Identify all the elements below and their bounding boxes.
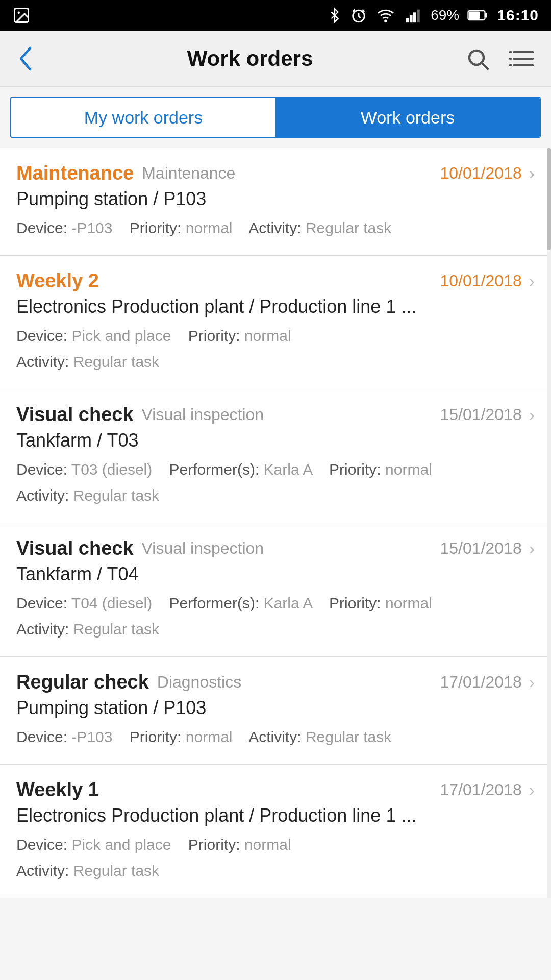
wo-title: Weekly 2 [16, 270, 99, 292]
chevron-right-icon: › [529, 672, 535, 692]
wo-type: Maintenance [142, 164, 235, 183]
wo-date-group: 15/01/2018 › [440, 538, 535, 558]
wo-header: Weekly 2 10/01/2018 › [16, 270, 535, 292]
search-icon [465, 46, 490, 71]
work-order-item[interactable]: Weekly 2 10/01/2018 › Electronics Produc… [0, 256, 551, 389]
wo-header: Visual check Visual inspection 15/01/201… [16, 537, 535, 559]
tab-bar: My work orders Work orders [10, 97, 541, 138]
wo-title-group: Weekly 2 [16, 270, 99, 292]
chevron-right-icon: › [529, 163, 535, 183]
scrollbar-track[interactable] [547, 148, 551, 898]
wo-location: Electronics Production plant / Productio… [16, 805, 535, 826]
work-order-list: Maintenance Maintenance 10/01/2018 › Pum… [0, 148, 551, 898]
bluetooth-icon [328, 6, 342, 24]
work-order-item[interactable]: Visual check Visual inspection 15/01/201… [0, 523, 551, 657]
wo-meta: Device: Pick and place Priority: normal [16, 831, 535, 857]
work-order-item[interactable]: Weekly 1 17/01/2018 › Electronics Produc… [0, 765, 551, 898]
wo-header: Visual check Visual inspection 15/01/201… [16, 404, 535, 426]
tab-work-orders[interactable]: Work orders [276, 98, 540, 137]
wo-title-group: Weekly 1 [16, 779, 99, 801]
wo-date: 15/01/2018 [440, 405, 522, 424]
wo-date: 10/01/2018 [440, 164, 522, 183]
wo-header: Maintenance Maintenance 10/01/2018 › [16, 162, 535, 184]
wo-date-group: 17/01/2018 › [440, 780, 535, 800]
wo-type: Visual inspection [142, 405, 264, 424]
wo-meta: Device: Pick and place Priority: normal [16, 323, 535, 349]
wo-date-group: 10/01/2018 › [440, 163, 535, 183]
wo-title-group: Visual check Visual inspection [16, 537, 264, 559]
wo-date: 10/01/2018 [440, 272, 522, 290]
wo-location: Pumping station / P103 [16, 697, 535, 719]
wifi-icon [375, 7, 396, 24]
wo-date: 17/01/2018 [440, 780, 522, 799]
app-bar-icons [465, 46, 535, 71]
svg-rect-9 [417, 10, 420, 22]
alarm-icon [350, 7, 367, 24]
wo-title: Maintenance [16, 162, 134, 184]
chevron-right-icon: › [529, 538, 535, 558]
back-button[interactable] [16, 44, 35, 73]
wo-title: Regular check [16, 671, 149, 693]
status-left [12, 6, 31, 24]
wo-title-group: Visual check Visual inspection [16, 404, 264, 426]
svg-point-1 [18, 12, 20, 14]
work-order-item[interactable]: Regular check Diagnostics 17/01/2018 › P… [0, 657, 551, 765]
wo-type: Visual inspection [142, 539, 264, 558]
wo-header: Weekly 1 17/01/2018 › [16, 779, 535, 801]
wo-location: Tankfarm / T04 [16, 564, 535, 585]
wo-location: Electronics Production plant / Productio… [16, 296, 535, 317]
wo-title-group: Maintenance Maintenance [16, 162, 235, 184]
status-bar: 69% 16:10 [0, 0, 551, 31]
status-right: 69% 16:10 [328, 6, 539, 24]
list-icon [508, 46, 535, 71]
wo-meta-activity: Activity: Regular task [16, 857, 535, 884]
signal-icon [404, 7, 422, 24]
wo-date: 17/01/2018 [440, 673, 522, 692]
svg-rect-7 [410, 15, 413, 22]
app-bar: Work orders [0, 31, 551, 87]
wo-date: 15/01/2018 [440, 539, 522, 558]
chevron-right-icon: › [529, 780, 535, 800]
work-order-item[interactable]: Visual check Visual inspection 15/01/201… [0, 389, 551, 523]
wo-location: Pumping station / P103 [16, 188, 535, 210]
tab-my-work-orders[interactable]: My work orders [11, 98, 276, 137]
wo-meta-activity: Activity: Regular task [16, 616, 535, 642]
scrollbar-thumb[interactable] [547, 148, 551, 250]
wo-location: Tankfarm / T03 [16, 430, 535, 451]
wo-meta: Device: -P103 Priority: normal Activity:… [16, 724, 535, 750]
wo-title: Visual check [16, 537, 134, 559]
svg-rect-6 [406, 18, 409, 23]
svg-point-5 [385, 20, 387, 22]
wo-meta-activity: Activity: Regular task [16, 349, 535, 375]
wo-meta: Device: T04 (diesel) Performer(s): Karla… [16, 590, 535, 616]
wo-meta: Device: -P103 Priority: normal Activity:… [16, 215, 535, 241]
chevron-right-icon: › [529, 405, 535, 425]
wo-date-group: 17/01/2018 › [440, 672, 535, 692]
image-icon [12, 6, 31, 24]
battery-icon [467, 8, 489, 22]
svg-line-14 [482, 63, 488, 69]
wo-type: Diagnostics [157, 673, 241, 692]
wo-title: Weekly 1 [16, 779, 99, 801]
wo-date-group: 10/01/2018 › [440, 271, 535, 291]
battery-percent: 69% [431, 7, 459, 23]
page-title: Work orders [187, 46, 313, 71]
wo-title-group: Regular check Diagnostics [16, 671, 241, 693]
wo-meta: Device: T03 (diesel) Performer(s): Karla… [16, 456, 535, 482]
chevron-right-icon: › [529, 271, 535, 291]
svg-rect-11 [485, 13, 488, 18]
menu-button[interactable] [508, 46, 535, 71]
time-display: 16:10 [497, 7, 539, 24]
svg-rect-12 [469, 12, 480, 19]
wo-header: Regular check Diagnostics 17/01/2018 › [16, 671, 535, 693]
wo-title: Visual check [16, 404, 134, 426]
wo-date-group: 15/01/2018 › [440, 405, 535, 425]
search-button[interactable] [465, 46, 490, 71]
wo-meta-activity: Activity: Regular task [16, 482, 535, 508]
work-order-item[interactable]: Maintenance Maintenance 10/01/2018 › Pum… [0, 148, 551, 256]
svg-rect-8 [413, 12, 416, 22]
